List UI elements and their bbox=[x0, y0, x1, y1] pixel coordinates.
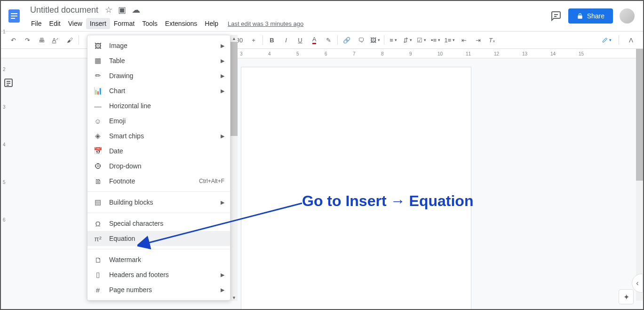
menu-item-label: Equation bbox=[109, 235, 224, 242]
share-button[interactable]: Share bbox=[568, 8, 613, 24]
menu-item-label: Drawing bbox=[109, 72, 221, 79]
star-icon[interactable]: ☆ bbox=[105, 5, 112, 15]
insert-link-button[interactable]: 🔗 bbox=[340, 33, 353, 47]
pencil-icon bbox=[602, 36, 608, 44]
editing-mode-button[interactable] bbox=[600, 33, 613, 47]
comment-history-icon[interactable] bbox=[550, 10, 562, 22]
menu-item-label: Drop-down bbox=[109, 162, 224, 170]
account-avatar[interactable] bbox=[620, 8, 635, 24]
spellcheck-button[interactable]: Aᐟ bbox=[49, 33, 62, 47]
insert-menu-item-footnote[interactable]: 🗎FootnoteCtrl+Alt+F bbox=[87, 174, 230, 189]
pagenum-icon: # bbox=[93, 285, 103, 294]
blocks-icon: ▤ bbox=[93, 198, 103, 207]
chart-icon: 📊 bbox=[93, 86, 103, 95]
menu-insert[interactable]: Insert bbox=[86, 18, 110, 29]
submenu-arrow-icon: ▶ bbox=[221, 199, 224, 206]
submenu-arrow-icon: ▶ bbox=[221, 73, 224, 79]
insert-menu-item-equation[interactable]: π²Equation bbox=[87, 231, 230, 246]
italic-button[interactable]: I bbox=[279, 33, 293, 47]
increase-indent-button[interactable]: ⇥ bbox=[471, 33, 485, 47]
insert-menu-dropdown: 🖼Image▶▦Table▶✏Drawing▶📊Chart▶—Horizonta… bbox=[87, 35, 231, 301]
page[interactable] bbox=[241, 67, 471, 309]
menu-edit[interactable]: Edit bbox=[46, 18, 64, 29]
vertical-ruler[interactable]: 123456 bbox=[3, 1, 9, 309]
svg-rect-2 bbox=[11, 16, 17, 16]
table-icon: ▦ bbox=[93, 56, 103, 65]
menu-view[interactable]: View bbox=[64, 18, 86, 29]
clear-formatting-button[interactable]: Tₓ bbox=[485, 33, 499, 47]
numbered-list-button[interactable]: 1≡ bbox=[443, 33, 456, 47]
insert-image-button[interactable]: 🖼 bbox=[368, 33, 382, 47]
menu-item-label: Footnote bbox=[109, 177, 199, 185]
menu-file[interactable]: File bbox=[27, 18, 46, 29]
insert-menu-item-date[interactable]: 📅Date bbox=[87, 143, 230, 159]
insert-menu-item-image[interactable]: 🖼Image▶ bbox=[87, 38, 230, 53]
date-icon: 📅 bbox=[93, 146, 103, 156]
dropdown-icon: ⭗ bbox=[93, 161, 103, 171]
menubar: File Edit View Insert Format Tools Exten… bbox=[27, 17, 550, 30]
decrease-indent-button[interactable]: ⇤ bbox=[457, 33, 470, 47]
menu-item-label: Special characters bbox=[109, 220, 224, 227]
menu-item-label: Date bbox=[109, 147, 224, 155]
submenu-arrow-icon: ▶ bbox=[221, 88, 224, 94]
text-color-button[interactable]: A bbox=[308, 33, 321, 47]
last-edit-link[interactable]: Last edit was 3 minutes ago bbox=[228, 20, 303, 27]
menu-item-label: Watermark bbox=[109, 256, 224, 263]
pi-icon: π² bbox=[93, 234, 103, 243]
insert-menu-item-table[interactable]: ▦Table▶ bbox=[87, 53, 230, 68]
vertical-scrollbar[interactable] bbox=[636, 49, 643, 301]
menu-scrollbar[interactable]: ▲ ▼ bbox=[231, 35, 238, 301]
header: Untitled document ☆ ▣ ☁ File Edit View I… bbox=[1, 1, 643, 31]
redo-button[interactable]: ↷ bbox=[21, 33, 34, 47]
underline-button[interactable]: U bbox=[294, 33, 307, 47]
insert-menu-item-watermark[interactable]: 🗋Watermark bbox=[87, 252, 230, 267]
insert-menu-item-headers-and-footers[interactable]: ▯Headers and footers▶ bbox=[87, 267, 230, 282]
insert-menu-item-drop-down[interactable]: ⭗Drop-down bbox=[87, 159, 230, 174]
cloud-status-icon[interactable]: ☁ bbox=[132, 5, 140, 15]
hide-menus-button[interactable]: ᐱ bbox=[624, 33, 637, 47]
bold-button[interactable]: B bbox=[265, 33, 278, 47]
menu-format[interactable]: Format bbox=[110, 18, 138, 29]
insert-menu-item-drawing[interactable]: ✏Drawing▶ bbox=[87, 68, 230, 83]
insert-menu-item-emoji[interactable]: ☺Emoji bbox=[87, 113, 230, 128]
print-button[interactable]: 🖶 bbox=[35, 33, 48, 47]
submenu-arrow-icon: ▶ bbox=[221, 272, 224, 278]
insert-menu-item-special-characters[interactable]: ΩSpecial characters bbox=[87, 216, 230, 231]
move-icon[interactable]: ▣ bbox=[118, 5, 126, 15]
menu-item-label: Image bbox=[109, 42, 221, 49]
menu-item-label: Horizontal line bbox=[109, 102, 224, 110]
insert-menu-item-page-numbers[interactable]: #Page numbers▶ bbox=[87, 282, 230, 297]
svg-rect-1 bbox=[11, 13, 17, 14]
add-comment-button[interactable]: 🗨 bbox=[354, 33, 367, 47]
document-title[interactable]: Untitled document bbox=[27, 4, 101, 16]
chips-icon: ◈ bbox=[93, 131, 103, 141]
submenu-arrow-icon: ▶ bbox=[221, 43, 224, 49]
footnote-icon: 🗎 bbox=[93, 176, 103, 186]
omega-icon: Ω bbox=[93, 219, 103, 228]
svg-rect-3 bbox=[11, 18, 15, 19]
menu-extensions[interactable]: Extensions bbox=[161, 18, 201, 29]
emoji-icon: ☺ bbox=[93, 116, 103, 126]
watermark-icon: 🗋 bbox=[93, 255, 103, 264]
line-spacing-button[interactable]: ⇵ bbox=[401, 33, 414, 47]
insert-menu-item-chart[interactable]: 📊Chart▶ bbox=[87, 83, 230, 98]
highlight-button[interactable]: ✎ bbox=[322, 33, 335, 47]
insert-menu-item-horizontal-line[interactable]: —Horizontal line bbox=[87, 98, 230, 113]
hline-icon: — bbox=[93, 101, 103, 111]
submenu-arrow-icon: ▶ bbox=[221, 58, 224, 64]
zoom-plus-button[interactable]: + bbox=[247, 33, 260, 47]
title-area: Untitled document ☆ ▣ ☁ File Edit View I… bbox=[27, 2, 550, 30]
menu-help[interactable]: Help bbox=[201, 18, 222, 29]
explore-button[interactable]: ✦ bbox=[619, 289, 634, 304]
bulleted-list-button[interactable]: •≡ bbox=[429, 33, 442, 47]
insert-menu-item-building-blocks[interactable]: ▤Building blocks▶ bbox=[87, 195, 230, 210]
lock-icon bbox=[577, 13, 583, 19]
checklist-button[interactable]: ☑ bbox=[415, 33, 428, 47]
align-button[interactable]: ≡ bbox=[387, 33, 400, 47]
menu-tools[interactable]: Tools bbox=[138, 18, 161, 29]
insert-menu-item-smart-chips[interactable]: ◈Smart chips▶ bbox=[87, 128, 230, 143]
image-icon: 🖼 bbox=[93, 41, 103, 50]
menu-item-label: Emoji bbox=[109, 117, 224, 125]
menu-item-label: Table bbox=[109, 57, 221, 64]
paint-format-button[interactable]: 🖌 bbox=[63, 33, 76, 47]
